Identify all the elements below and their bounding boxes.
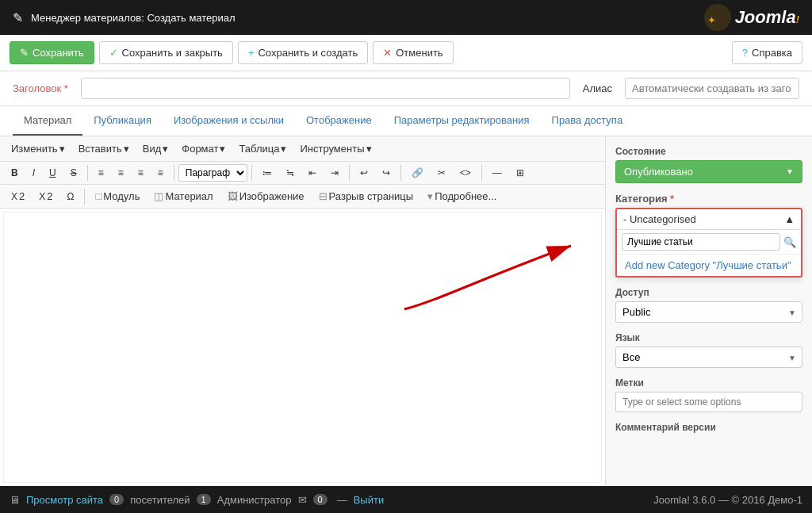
category-caret-icon: ▲: [784, 213, 795, 225]
access-label: Доступ: [615, 287, 802, 298]
tools-menu-btn[interactable]: Инструменты ▾: [293, 140, 377, 158]
category-selected[interactable]: - Uncategorised ▲: [617, 209, 801, 230]
view-menu-btn[interactable]: Вид ▾: [136, 140, 175, 158]
header-title: ✎ Менеджер материалов: Создать материал: [13, 10, 236, 25]
category-label: Категория *: [615, 193, 802, 205]
unordered-list-btn[interactable]: ≔: [256, 164, 278, 182]
table-menu-btn[interactable]: Таблица ▾: [232, 140, 293, 158]
subscript-btn[interactable]: X2: [5, 187, 31, 205]
status-caret-icon: ▼: [786, 167, 794, 176]
link-btn[interactable]: 🔗: [405, 164, 430, 182]
logout-link[interactable]: Выйти: [354, 494, 385, 506]
tab-display[interactable]: Отображение: [295, 106, 383, 136]
checkmark-icon: ✓: [109, 47, 118, 59]
bold-btn[interactable]: B: [5, 164, 25, 182]
footer-left: 🖥 Просмотр сайта 0 посетителей 1 Админис…: [10, 494, 384, 506]
caret-icon: ▾: [281, 143, 286, 155]
view-site-link[interactable]: Просмотр сайта: [26, 494, 103, 506]
toolbar-sep4: [349, 165, 350, 181]
category-search-input[interactable]: [622, 233, 780, 251]
caret-icon: ▾: [220, 143, 225, 155]
table-insert-btn[interactable]: ⊞: [510, 164, 530, 182]
category-add-new-option[interactable]: Add new Category "Лучшие статьи": [617, 255, 801, 276]
save-icon: ✎: [20, 47, 29, 59]
paragraph-select[interactable]: Параграф: [178, 164, 247, 182]
underline-btn[interactable]: U: [43, 164, 63, 182]
align-right-btn[interactable]: ≡: [132, 164, 150, 182]
edit-icon: ✎: [13, 10, 23, 25]
joomla-version: Joomla! 3.6.0: [653, 494, 715, 506]
app-header: ✎ Менеджер материалов: Создать материал …: [0, 0, 812, 35]
caret-icon: ▾: [124, 143, 129, 155]
edit-menu-btn[interactable]: Изменить ▾: [5, 140, 71, 158]
tab-publication[interactable]: Публикация: [82, 106, 163, 136]
more-icon: ▾: [427, 190, 433, 202]
code-btn[interactable]: <>: [454, 164, 477, 182]
right-panel: Состояние Опубликовано ▼ Категория * - U…: [606, 136, 812, 486]
editor-toolbar-row2: B I U S ≡ ≡ ≡ ≡ Параграф ≔ ≒ ⇤ ⇥ ↩ ↪ 🔗 ✂…: [0, 162, 605, 185]
language-label: Язык: [615, 332, 802, 343]
page-break-btn[interactable]: ⊟ Разрыв страницы: [312, 187, 420, 205]
align-justify-btn[interactable]: ≡: [151, 164, 170, 182]
toolbar-sep7: [84, 189, 85, 205]
cancel-icon: ✕: [383, 47, 392, 59]
alias-input[interactable]: [625, 78, 799, 99]
ordered-list-btn[interactable]: ≒: [280, 164, 301, 182]
save-new-button[interactable]: + Сохранить и создать: [238, 41, 368, 64]
tab-images-links[interactable]: Изображения и ссылки: [163, 106, 295, 136]
admin-label: Администратор: [217, 494, 292, 506]
insert-menu-btn[interactable]: Вставить ▾: [72, 140, 136, 158]
undo-btn[interactable]: ↩: [354, 164, 374, 182]
tags-input[interactable]: [615, 392, 802, 412]
format-menu-btn[interactable]: Формат ▾: [175, 140, 232, 158]
tab-access[interactable]: Права доступа: [541, 106, 634, 136]
tab-material[interactable]: Материал: [13, 106, 82, 136]
image-btn[interactable]: 🖼 Изображение: [221, 187, 311, 205]
editor-area: Изменить ▾ Вставить ▾ Вид ▾ Формат ▾ Таб…: [0, 136, 606, 486]
required-star: *: [64, 82, 68, 94]
visitors-badge: 0: [109, 494, 124, 505]
align-center-btn[interactable]: ≡: [112, 164, 130, 182]
strikethrough-btn[interactable]: S: [64, 164, 83, 182]
italic-btn[interactable]: I: [26, 164, 41, 182]
indent-btn[interactable]: ⇥: [324, 164, 345, 182]
editor-body[interactable]: [3, 212, 602, 483]
language-select-wrap: Все English: [615, 346, 802, 368]
access-select[interactable]: Public Registered Special: [615, 301, 802, 323]
search-icon: 🔍: [783, 236, 796, 248]
pagebreak-icon: ⊟: [319, 190, 327, 202]
align-left-btn[interactable]: ≡: [92, 164, 110, 182]
tab-edit-params[interactable]: Параметры редактирования: [383, 106, 541, 136]
main-content: Изменить ▾ Вставить ▾ Вид ▾ Формат ▾ Таб…: [0, 136, 812, 486]
title-row: Заголовок * Алиас: [0, 71, 812, 106]
hr-btn[interactable]: —: [486, 164, 508, 182]
redo-btn[interactable]: ↪: [376, 164, 396, 182]
save-button[interactable]: ✎ Сохранить: [10, 41, 94, 64]
comment-version-label: Комментарий версии: [615, 422, 802, 433]
unlink-btn[interactable]: ✂: [431, 164, 452, 182]
module-btn[interactable]: □ Модуль: [89, 187, 146, 205]
status-section: Состояние Опубликовано ▼: [615, 146, 802, 183]
page-title: Менеджер материалов: Создать материал: [31, 12, 236, 24]
language-select[interactable]: Все English: [615, 346, 802, 368]
material-btn[interactable]: ◫ Материал: [147, 187, 219, 205]
save-close-button[interactable]: ✓ Сохранить и закрыть: [99, 41, 233, 64]
help-button[interactable]: ? Справка: [732, 41, 802, 64]
tags-section: Метки: [615, 377, 802, 412]
caret-icon: ▾: [366, 143, 372, 155]
more-btn[interactable]: ▾ Подробнее...: [421, 187, 503, 205]
special-chars-btn[interactable]: Ω: [61, 188, 81, 205]
status-button[interactable]: Опубликовано ▼: [615, 160, 802, 183]
cancel-button[interactable]: ✕ Отменить: [373, 41, 453, 64]
heading-input[interactable]: [81, 78, 570, 99]
help-label: Справка: [752, 47, 792, 59]
superscript-btn[interactable]: X2: [33, 187, 59, 205]
outdent-btn[interactable]: ⇤: [302, 164, 323, 182]
admin-badge: 1: [197, 494, 211, 505]
save-close-label: Сохранить и закрыть: [122, 47, 223, 59]
toolbar-sep: [87, 165, 88, 181]
help-icon: ?: [742, 47, 748, 59]
editor-toolbar-row1: Изменить ▾ Вставить ▾ Вид ▾ Формат ▾ Таб…: [0, 136, 605, 162]
access-section: Доступ Public Registered Special: [615, 287, 802, 323]
access-select-wrap: Public Registered Special: [615, 301, 802, 323]
